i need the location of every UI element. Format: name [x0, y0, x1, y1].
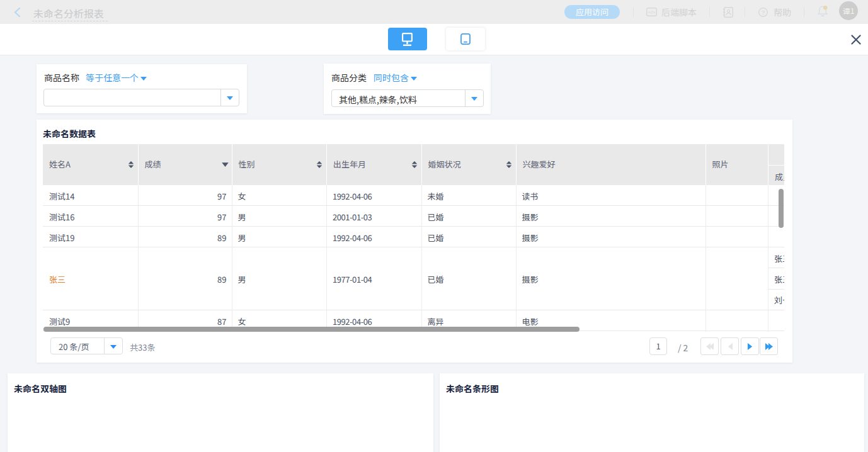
svg-text:</>: </>: [648, 9, 656, 15]
svg-text:?: ?: [762, 9, 765, 16]
